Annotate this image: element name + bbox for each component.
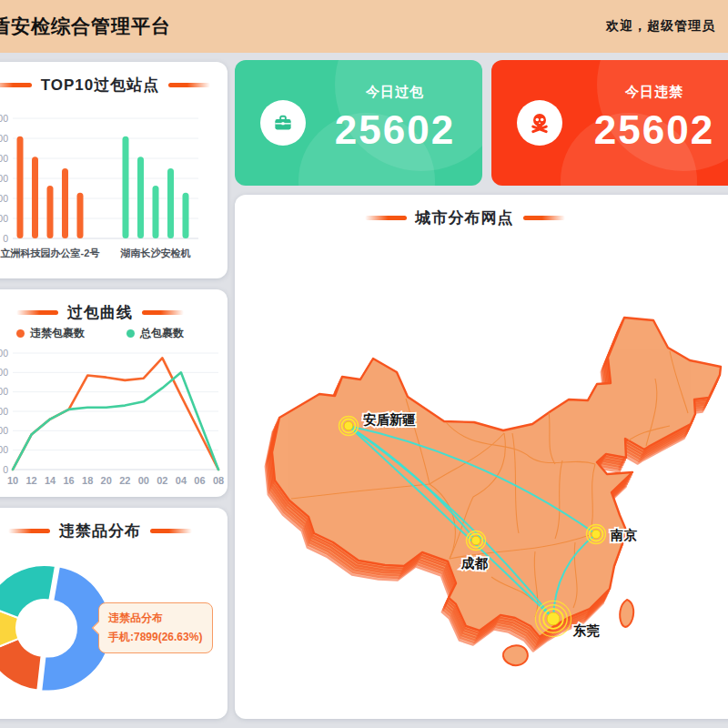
panel-package-curve: 过包曲线 违禁包裹数 总包裹数 010002000300040005000600… — [0, 289, 228, 497]
donut-segment[interactable] — [0, 639, 42, 691]
skull-icon — [517, 100, 562, 146]
top10-bar-chart[interactable]: 0100020003000400050006000立洲科技园办公室-2号湖南长沙… — [0, 104, 228, 273]
bar[interactable] — [183, 193, 189, 238]
panel-top10-stations: TOP10过包站点 0100020003000400050006000立洲科技园… — [0, 62, 228, 278]
welcome-user-text: 欢迎，超级管理员 — [606, 18, 715, 35]
stat-card-label: 今日过包 — [317, 84, 473, 101]
svg-text:2000: 2000 — [0, 425, 8, 436]
panel-title-text: 过包曲线 — [67, 302, 133, 323]
svg-text:1000: 1000 — [0, 213, 8, 224]
svg-text:04: 04 — [176, 475, 187, 486]
legend-item-forbidden[interactable]: 违禁包裹数 — [16, 326, 85, 341]
bar[interactable] — [167, 168, 174, 238]
svg-text:0: 0 — [3, 464, 8, 475]
panel-title: TOP10过包站点 — [0, 62, 228, 96]
taiwan-island[interactable] — [620, 600, 633, 627]
svg-text:18: 18 — [82, 475, 93, 486]
svg-text:10: 10 — [7, 475, 18, 486]
bar[interactable] — [62, 168, 68, 238]
svg-text:2000: 2000 — [0, 193, 8, 204]
svg-text:14: 14 — [45, 475, 56, 486]
donut-segment[interactable] — [0, 565, 56, 618]
tooltip-title: 违禁品分布 — [108, 611, 203, 626]
svg-text:4000: 4000 — [0, 386, 8, 397]
donut-tooltip: 违禁品分布 手机:7899(26.63%) — [98, 602, 213, 653]
app-header: 盾安检综合管理平台 欢迎，超级管理员 — [0, 0, 728, 53]
stat-card-value: 25602 — [573, 107, 728, 153]
stat-card-today-forbidden: 今日违禁 25602 — [491, 60, 728, 186]
line-series[interactable] — [13, 372, 218, 470]
svg-text:1000: 1000 — [0, 444, 8, 455]
tooltip-value: 手机:7899(26.63%) — [108, 630, 203, 645]
hainan-island[interactable] — [503, 645, 528, 665]
city-label: 南京 — [610, 528, 638, 542]
bar[interactable] — [123, 136, 129, 238]
title-dash-right-icon — [168, 83, 210, 87]
title-dash-right-icon — [142, 310, 184, 315]
bar[interactable] — [137, 157, 144, 238]
svg-text:00: 00 — [138, 475, 149, 486]
bar[interactable] — [32, 157, 38, 238]
page-title: 盾安检综合管理平台 — [0, 14, 171, 39]
svg-text:4000: 4000 — [0, 153, 8, 164]
svg-text:3000: 3000 — [0, 173, 8, 184]
svg-text:5000: 5000 — [0, 367, 8, 378]
city-marker[interactable]: 南京 — [587, 525, 638, 544]
stat-card-label: 今日违禁 — [573, 84, 728, 101]
svg-text:立洲科技园办公室-2号: 立洲科技园办公室-2号 — [0, 248, 99, 258]
bar[interactable] — [47, 186, 54, 238]
china-map[interactable]: 安盾新疆成都南京东莞 — [235, 195, 728, 719]
title-dash-left-icon — [0, 83, 32, 87]
line-series[interactable] — [13, 358, 218, 470]
svg-text:3000: 3000 — [0, 406, 8, 417]
title-dash-left-icon — [16, 310, 58, 315]
svg-text:湖南长沙安检机: 湖南长沙安检机 — [120, 248, 191, 258]
city-label: 安盾新疆 — [363, 412, 416, 427]
line-chart-legend: 违禁包裹数 总包裹数 — [0, 326, 228, 341]
panel-city-network-map: 城市分布网点 安盾新疆成都南京东莞 — [235, 195, 728, 719]
svg-text:08: 08 — [213, 475, 224, 486]
panel-forbidden-distribution: 违禁品分布 违禁品分布 手机:7899(26.63%) — [0, 508, 228, 719]
svg-text:16: 16 — [64, 475, 75, 486]
stat-card-value: 25602 — [317, 107, 473, 153]
legend-item-total[interactable]: 总包裹数 — [126, 326, 184, 341]
city-label: 东莞 — [572, 623, 601, 638]
svg-text:06: 06 — [194, 475, 205, 486]
panel-title: 过包曲线 — [0, 289, 228, 323]
legend-dot-icon — [126, 329, 135, 338]
legend-dot-icon — [16, 329, 25, 338]
svg-text:6000: 6000 — [0, 113, 8, 124]
bar[interactable] — [153, 186, 159, 238]
bar[interactable] — [17, 136, 24, 238]
app-root: { "header": { "title_partial": "盾", "tit… — [0, 0, 728, 728]
briefcase-icon — [260, 100, 306, 146]
svg-text:12: 12 — [25, 475, 36, 486]
svg-text:22: 22 — [119, 475, 130, 486]
svg-text:5000: 5000 — [0, 133, 8, 144]
title-clipped-char: 盾 — [0, 14, 11, 39]
package-line-chart[interactable]: 0100020003000400050006000101214161820220… — [0, 344, 228, 495]
svg-text:6000: 6000 — [0, 348, 8, 359]
city-label: 成都 — [460, 556, 489, 571]
panel-title-text: TOP10过包站点 — [41, 75, 160, 96]
bar[interactable] — [77, 193, 84, 238]
svg-text:20: 20 — [101, 475, 112, 486]
stat-card-today-pass: 今日过包 25602 — [235, 60, 482, 186]
svg-text:0: 0 — [3, 233, 8, 244]
svg-text:02: 02 — [157, 475, 167, 486]
